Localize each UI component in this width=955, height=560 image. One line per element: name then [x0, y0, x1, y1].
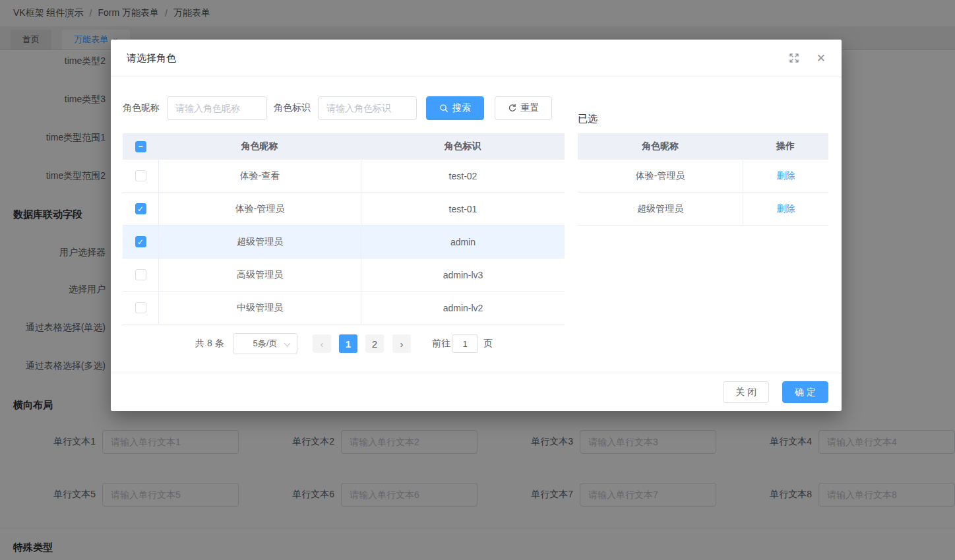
close-button[interactable]: 关 闭	[723, 381, 769, 403]
refresh-icon	[508, 104, 517, 113]
goto-page-input[interactable]	[452, 334, 478, 353]
fullscreen-icon[interactable]	[789, 53, 799, 63]
column-header-action: 操作	[743, 140, 828, 152]
page-size-value: 5条/页	[253, 338, 278, 350]
role-code-cell: admin-lv3	[361, 259, 565, 291]
selected-role-name: 超级管理员	[578, 193, 743, 225]
reset-button-label: 重置	[521, 102, 539, 114]
column-header-code: 角色标识	[361, 140, 565, 152]
row-checkbox[interactable]: ✓ −	[135, 269, 146, 280]
minus-icon: −	[138, 142, 142, 150]
goto-label: 前往	[432, 338, 450, 350]
pagination: 共 8 条 5条/页 ‹ 1 2 › 前往 页	[123, 333, 565, 354]
select-role-dialog: 请选择角色 ✕ 角色昵称 角色标识 搜索 重置	[111, 40, 842, 411]
row-checkbox[interactable]: ✓ −	[135, 302, 146, 313]
select-all-checkbox[interactable]: ✓ −	[135, 141, 146, 152]
role-code-cell: test-02	[361, 160, 565, 192]
selected-row: 体验-管理员 删除	[578, 160, 828, 193]
reset-button[interactable]: 重置	[495, 96, 552, 120]
table-row[interactable]: ✓ − 超级管理员 admin	[123, 226, 565, 259]
prev-page-button[interactable]: ‹	[313, 334, 331, 353]
delete-link[interactable]: 删除	[777, 170, 795, 182]
dialog-footer: 关 闭 确 定	[111, 373, 842, 411]
table-row[interactable]: ✓ − 中级管理员 admin-lv2	[123, 292, 565, 325]
role-nickname-cell: 体验-查看	[158, 160, 361, 192]
role-code-cell: admin	[361, 226, 565, 258]
selected-role-name: 体验-管理员	[578, 160, 743, 192]
roles-table-header: ✓ − 角色昵称 角色标识	[123, 133, 565, 160]
role-nickname-cell: 中级管理员	[158, 292, 361, 324]
column-header-nickname: 角色昵称	[578, 140, 743, 152]
table-row[interactable]: ✓ − 体验-管理员 test-01	[123, 193, 565, 226]
role-code-cell: test-01	[361, 193, 565, 225]
role-code-cell: admin-lv2	[361, 292, 565, 324]
page-button-2[interactable]: 2	[365, 334, 384, 353]
table-row[interactable]: ✓ − 高级管理员 admin-lv3	[123, 259, 565, 292]
next-page-button[interactable]: ›	[392, 334, 411, 353]
delete-link[interactable]: 删除	[777, 203, 795, 215]
dialog-header: 请选择角色 ✕	[111, 40, 842, 77]
selected-panel-title: 已选	[578, 113, 598, 125]
row-checkbox[interactable]: ✓ −	[135, 236, 146, 247]
role-nickname-label: 角色昵称	[123, 102, 160, 114]
search-button[interactable]: 搜索	[426, 96, 484, 120]
confirm-button[interactable]: 确 定	[782, 381, 828, 403]
selected-table: 角色昵称 操作 体验-管理员 删除 超级管理员 删除	[578, 133, 828, 226]
dialog-title: 请选择角色	[127, 52, 176, 65]
page-size-select[interactable]: 5条/页	[233, 333, 297, 354]
page-button-1[interactable]: 1	[339, 334, 357, 353]
selected-table-header: 角色昵称 操作	[578, 133, 828, 160]
check-icon: ✓	[137, 205, 144, 213]
row-checkbox[interactable]: ✓ −	[135, 170, 146, 181]
close-icon[interactable]: ✕	[816, 53, 826, 64]
role-nickname-cell: 体验-管理员	[158, 193, 361, 225]
roles-table: ✓ − 角色昵称 角色标识 ✓ − 体验-查看 test-02 ✓ −	[123, 133, 565, 325]
search-button-label: 搜索	[452, 102, 471, 114]
role-code-label: 角色标识	[274, 102, 311, 114]
role-nickname-cell: 超级管理员	[158, 226, 361, 258]
role-nickname-cell: 高级管理员	[158, 259, 361, 291]
pagination-total: 共 8 条	[195, 338, 224, 350]
goto-unit-label: 页	[483, 338, 493, 350]
check-icon: ✓	[137, 238, 144, 246]
table-row[interactable]: ✓ − 体验-查看 test-02	[123, 160, 565, 193]
search-icon	[439, 104, 448, 113]
role-nickname-input[interactable]	[167, 96, 267, 120]
selected-row: 超级管理员 删除	[578, 193, 828, 226]
column-header-nickname: 角色昵称	[158, 140, 361, 152]
row-checkbox[interactable]: ✓ −	[135, 203, 146, 214]
role-code-input[interactable]	[318, 96, 417, 120]
chevron-down-icon	[284, 340, 291, 347]
